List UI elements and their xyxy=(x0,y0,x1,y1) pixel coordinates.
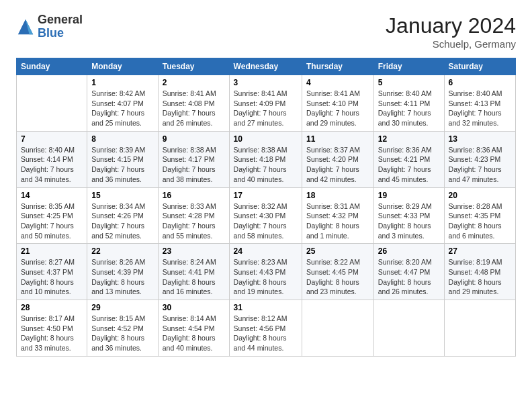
day-number-18: 18 xyxy=(306,191,369,200)
calendar-cell-w3-d2: 23Sunrise: 8:24 AM Sunset: 4:41 PM Dayli… xyxy=(158,244,229,300)
day-number-29: 29 xyxy=(91,303,154,312)
day-info-23: Sunrise: 8:24 AM Sunset: 4:41 PM Dayligh… xyxy=(163,257,225,297)
day-number-27: 27 xyxy=(449,246,511,256)
day-number-9: 9 xyxy=(163,134,225,144)
calendar-cell-w3-d0: 21Sunrise: 8:27 AM Sunset: 4:37 PM Dayli… xyxy=(17,244,87,300)
day-number-1: 1 xyxy=(91,78,154,87)
day-info-30: Sunrise: 8:14 AM Sunset: 4:54 PM Dayligh… xyxy=(163,314,225,353)
calendar-cell-w4-d0: 28Sunrise: 8:17 AM Sunset: 4:50 PM Dayli… xyxy=(17,300,87,357)
calendar: Sunday Monday Tuesday Wednesday Thursday… xyxy=(16,58,516,357)
calendar-cell-w3-d5: 26Sunrise: 8:20 AM Sunset: 4:47 PM Dayli… xyxy=(373,244,444,300)
week-row-1: 7Sunrise: 8:40 AM Sunset: 4:14 PM Daylig… xyxy=(17,131,516,187)
day-info-17: Sunrise: 8:32 AM Sunset: 4:30 PM Dayligh… xyxy=(234,201,298,241)
day-number-31: 31 xyxy=(234,303,298,312)
header-friday: Friday xyxy=(373,58,444,75)
day-number-15: 15 xyxy=(91,191,154,200)
day-number-11: 11 xyxy=(306,134,369,144)
calendar-cell-w2-d3: 17Sunrise: 8:32 AM Sunset: 4:30 PM Dayli… xyxy=(229,187,302,244)
day-info-19: Sunrise: 8:29 AM Sunset: 4:33 PM Dayligh… xyxy=(378,201,440,241)
calendar-cell-w2-d4: 18Sunrise: 8:31 AM Sunset: 4:32 PM Dayli… xyxy=(302,187,374,244)
header-saturday: Saturday xyxy=(444,58,515,75)
calendar-cell-w2-d6: 20Sunrise: 8:28 AM Sunset: 4:35 PM Dayli… xyxy=(444,187,515,244)
day-info-28: Sunrise: 8:17 AM Sunset: 4:50 PM Dayligh… xyxy=(21,314,83,353)
day-info-1: Sunrise: 8:42 AM Sunset: 4:07 PM Dayligh… xyxy=(91,89,154,128)
day-number-5: 5 xyxy=(378,78,440,87)
calendar-cell-w4-d1: 29Sunrise: 8:15 AM Sunset: 4:52 PM Dayli… xyxy=(87,300,159,357)
calendar-cell-w0-d2: 2Sunrise: 8:41 AM Sunset: 4:08 PM Daylig… xyxy=(158,75,229,132)
week-row-2: 14Sunrise: 8:35 AM Sunset: 4:25 PM Dayli… xyxy=(17,187,516,244)
day-info-3: Sunrise: 8:41 AM Sunset: 4:09 PM Dayligh… xyxy=(234,89,298,128)
week-row-4: 28Sunrise: 8:17 AM Sunset: 4:50 PM Dayli… xyxy=(17,300,516,357)
calendar-cell-w1-d2: 9Sunrise: 8:38 AM Sunset: 4:17 PM Daylig… xyxy=(158,131,229,187)
calendar-cell-w3-d1: 22Sunrise: 8:26 AM Sunset: 4:39 PM Dayli… xyxy=(87,244,159,300)
calendar-cell-w2-d5: 19Sunrise: 8:29 AM Sunset: 4:33 PM Dayli… xyxy=(373,187,444,244)
day-number-3: 3 xyxy=(234,78,298,87)
day-info-20: Sunrise: 8:28 AM Sunset: 4:35 PM Dayligh… xyxy=(449,201,511,241)
day-info-26: Sunrise: 8:20 AM Sunset: 4:47 PM Dayligh… xyxy=(378,257,440,297)
day-info-18: Sunrise: 8:31 AM Sunset: 4:32 PM Dayligh… xyxy=(306,201,369,241)
day-number-24: 24 xyxy=(234,246,298,256)
day-info-4: Sunrise: 8:41 AM Sunset: 4:10 PM Dayligh… xyxy=(306,89,369,128)
header: General Blue January 2024 Schuelp, Germa… xyxy=(16,13,516,50)
calendar-cell-w4-d3: 31Sunrise: 8:12 AM Sunset: 4:56 PM Dayli… xyxy=(229,300,302,357)
day-info-8: Sunrise: 8:39 AM Sunset: 4:15 PM Dayligh… xyxy=(91,145,154,185)
day-info-21: Sunrise: 8:27 AM Sunset: 4:37 PM Dayligh… xyxy=(21,257,83,297)
calendar-cell-w4-d6 xyxy=(444,300,515,357)
day-info-29: Sunrise: 8:15 AM Sunset: 4:52 PM Dayligh… xyxy=(91,314,154,353)
calendar-cell-w1-d3: 10Sunrise: 8:38 AM Sunset: 4:18 PM Dayli… xyxy=(229,131,302,187)
day-info-6: Sunrise: 8:40 AM Sunset: 4:13 PM Dayligh… xyxy=(449,89,511,128)
week-row-0: 1Sunrise: 8:42 AM Sunset: 4:07 PM Daylig… xyxy=(17,75,516,132)
day-number-2: 2 xyxy=(163,78,225,87)
calendar-cell-w2-d2: 16Sunrise: 8:33 AM Sunset: 4:28 PM Dayli… xyxy=(158,187,229,244)
day-info-25: Sunrise: 8:22 AM Sunset: 4:45 PM Dayligh… xyxy=(306,257,369,297)
day-info-11: Sunrise: 8:37 AM Sunset: 4:20 PM Dayligh… xyxy=(306,145,369,185)
calendar-cell-w0-d0 xyxy=(17,75,87,132)
day-info-15: Sunrise: 8:34 AM Sunset: 4:26 PM Dayligh… xyxy=(91,201,154,241)
day-info-13: Sunrise: 8:36 AM Sunset: 4:23 PM Dayligh… xyxy=(449,145,511,185)
calendar-cell-w2-d0: 14Sunrise: 8:35 AM Sunset: 4:25 PM Dayli… xyxy=(17,187,87,244)
day-number-7: 7 xyxy=(21,134,83,144)
day-info-9: Sunrise: 8:38 AM Sunset: 4:17 PM Dayligh… xyxy=(163,145,225,185)
day-info-16: Sunrise: 8:33 AM Sunset: 4:28 PM Dayligh… xyxy=(163,201,225,241)
day-number-17: 17 xyxy=(234,191,298,200)
day-number-13: 13 xyxy=(449,134,511,144)
day-number-4: 4 xyxy=(306,78,369,87)
calendar-cell-w0-d3: 3Sunrise: 8:41 AM Sunset: 4:09 PM Daylig… xyxy=(229,75,302,132)
calendar-cell-w1-d0: 7Sunrise: 8:40 AM Sunset: 4:14 PM Daylig… xyxy=(17,131,87,187)
day-info-24: Sunrise: 8:23 AM Sunset: 4:43 PM Dayligh… xyxy=(234,257,298,297)
day-number-20: 20 xyxy=(449,191,511,200)
calendar-cell-w1-d1: 8Sunrise: 8:39 AM Sunset: 4:15 PM Daylig… xyxy=(87,131,159,187)
logo-general: General xyxy=(38,13,83,27)
day-info-27: Sunrise: 8:19 AM Sunset: 4:48 PM Dayligh… xyxy=(449,257,511,297)
title-section: January 2024 Schuelp, Germany xyxy=(386,13,516,50)
day-number-8: 8 xyxy=(91,134,154,144)
header-thursday: Thursday xyxy=(302,58,374,75)
logo-blue: Blue xyxy=(38,27,83,40)
day-number-23: 23 xyxy=(163,246,225,256)
day-number-28: 28 xyxy=(21,303,83,312)
day-number-25: 25 xyxy=(306,246,369,256)
calendar-cell-w4-d5 xyxy=(373,300,444,357)
day-info-2: Sunrise: 8:41 AM Sunset: 4:08 PM Dayligh… xyxy=(163,89,225,128)
day-number-30: 30 xyxy=(163,303,225,312)
calendar-cell-w0-d5: 5Sunrise: 8:40 AM Sunset: 4:11 PM Daylig… xyxy=(373,75,444,132)
calendar-cell-w2-d1: 15Sunrise: 8:34 AM Sunset: 4:26 PM Dayli… xyxy=(87,187,159,244)
header-wednesday: Wednesday xyxy=(229,58,302,75)
day-number-22: 22 xyxy=(91,246,154,256)
logo-text: General Blue xyxy=(38,13,83,40)
calendar-cell-w4-d2: 30Sunrise: 8:14 AM Sunset: 4:54 PM Dayli… xyxy=(158,300,229,357)
day-number-21: 21 xyxy=(21,246,83,256)
day-number-10: 10 xyxy=(234,134,298,144)
day-number-12: 12 xyxy=(378,134,440,144)
logo: General Blue xyxy=(16,13,83,40)
calendar-cell-w1-d6: 13Sunrise: 8:36 AM Sunset: 4:23 PM Dayli… xyxy=(444,131,515,187)
calendar-cell-w3-d4: 25Sunrise: 8:22 AM Sunset: 4:45 PM Dayli… xyxy=(302,244,374,300)
calendar-header-row: Sunday Monday Tuesday Wednesday Thursday… xyxy=(17,58,516,75)
page: General Blue January 2024 Schuelp, Germa… xyxy=(0,0,532,363)
calendar-cell-w1-d4: 11Sunrise: 8:37 AM Sunset: 4:20 PM Dayli… xyxy=(302,131,374,187)
day-number-16: 16 xyxy=(163,191,225,200)
day-info-5: Sunrise: 8:40 AM Sunset: 4:11 PM Dayligh… xyxy=(378,89,440,128)
calendar-cell-w0-d4: 4Sunrise: 8:41 AM Sunset: 4:10 PM Daylig… xyxy=(302,75,374,132)
header-tuesday: Tuesday xyxy=(158,58,229,75)
header-monday: Monday xyxy=(87,58,159,75)
